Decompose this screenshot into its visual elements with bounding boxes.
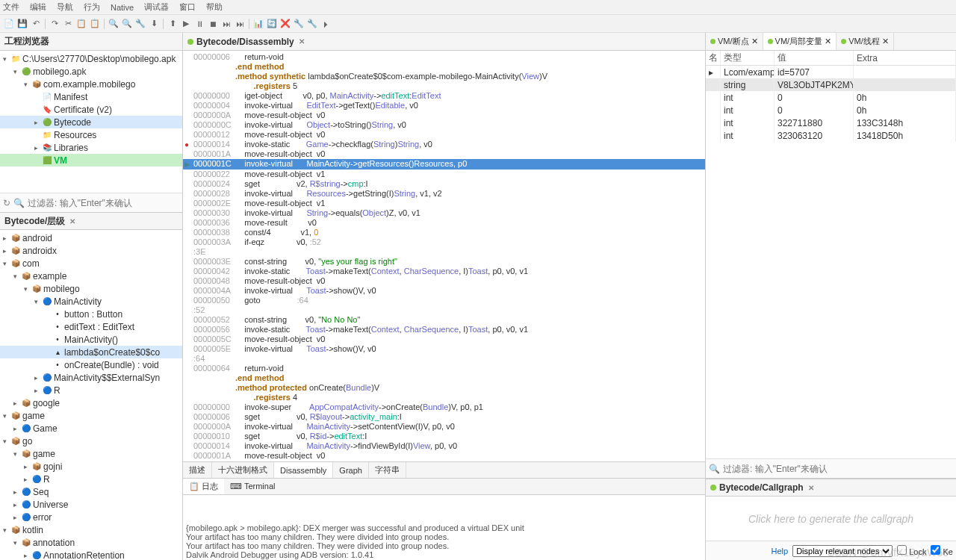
tree-row[interactable]: ▾📦com.example.mobilego: [0, 78, 182, 90]
code-line[interactable]: 0000001A move-result-object v0: [183, 149, 705, 159]
menu-item[interactable]: 文件: [3, 1, 19, 13]
expand-icon[interactable]: ▾: [3, 526, 10, 534]
bottom-tab[interactable]: 十六进制格式: [212, 462, 274, 478]
tree-row[interactable]: •editText : EditText: [0, 320, 182, 333]
var-row[interactable]: int322711880133C3148h: [706, 116, 956, 129]
tree-row[interactable]: ▸📦android: [0, 231, 182, 244]
code-line[interactable]: 00000014 invoke-static Game->checkflag(S…: [183, 140, 705, 149]
lock-checkbox[interactable]: Lock: [897, 545, 926, 556]
toolbar-button[interactable]: 🔧: [134, 18, 146, 30]
code-line[interactable]: .registers 5: [183, 81, 705, 91]
code-line[interactable]: :64: [183, 354, 705, 364]
expand-icon[interactable]: ▾: [13, 68, 21, 75]
gutter[interactable]: [183, 189, 190, 199]
gutter[interactable]: [183, 344, 190, 354]
menu-item[interactable]: 窗口: [179, 1, 196, 13]
code-line[interactable]: 00000000 invoke-super AppCompatActivity-…: [183, 402, 705, 412]
log-tab[interactable]: ⌨ Terminal: [224, 479, 281, 494]
gutter[interactable]: [183, 451, 190, 461]
toolbar-button[interactable]: 🔧: [306, 18, 318, 30]
code-line[interactable]: 00000012 move-result-object v0: [183, 130, 705, 140]
gutter[interactable]: [183, 364, 190, 373]
code-line[interactable]: 00000036 move-result v0: [183, 218, 705, 228]
code-line[interactable]: 0000005E invoke-virtual Toast->show()V, …: [183, 344, 705, 354]
tree-row[interactable]: ▴lambda$onCreate$0$co: [0, 346, 182, 358]
gutter[interactable]: [183, 52, 190, 62]
ke-checkbox[interactable]: Ke: [931, 545, 953, 556]
variables-table[interactable]: 名 类型 值 Extra ▸Lcom/exampid=5707stringV8L…: [706, 51, 956, 458]
code-line[interactable]: 0000003E const-string v0, "yes your flag…: [183, 257, 705, 267]
toolbar-button[interactable]: 💾: [16, 18, 28, 30]
toolbar-button[interactable]: ⬆: [167, 18, 179, 30]
gutter[interactable]: [183, 393, 190, 402]
gutter[interactable]: [183, 286, 190, 296]
tree-row[interactable]: ▾📦game: [0, 447, 182, 460]
gutter[interactable]: [183, 179, 190, 189]
tree-row[interactable]: ▸🟢Bytecode: [0, 116, 182, 128]
gutter[interactable]: [183, 296, 190, 305]
log-body[interactable]: CSDN @UmVfX1ByaW50 {mobilego.apk > mobil…: [183, 495, 705, 560]
expand-icon[interactable]: ▾: [24, 285, 31, 293]
menu-item[interactable]: 编辑: [30, 1, 46, 13]
code-line[interactable]: .end method: [183, 373, 705, 383]
tree-row[interactable]: ▸📚Libraries: [0, 141, 182, 154]
toolbar-button[interactable]: ▶: [180, 18, 192, 30]
gutter[interactable]: [183, 461, 190, 461]
expand-icon[interactable]: ▸: [34, 119, 42, 126]
code-line[interactable]: 0000001C invoke-virtual MainActivity->ge…: [183, 159, 705, 169]
var-row[interactable]: int00h: [706, 91, 956, 104]
gutter[interactable]: [183, 441, 190, 451]
bottom-tab[interactable]: 字符串: [369, 462, 406, 478]
log-tab[interactable]: 📋 日志: [183, 479, 224, 494]
expand-icon[interactable]: ▸: [24, 463, 31, 470]
expand-icon[interactable]: ▾: [13, 273, 21, 280]
toolbar-button[interactable]: 🔧: [293, 18, 305, 30]
right-tab[interactable]: VM/线程✕: [836, 33, 894, 50]
project-tree[interactable]: ▾📁C:\Users\27770\Desktop\mobilego.apk▾🟢m…: [0, 51, 182, 193]
gutter[interactable]: [183, 267, 190, 276]
expand-icon[interactable]: ▾: [13, 539, 21, 547]
tree-row[interactable]: ▸🔵R: [0, 384, 182, 396]
toolbar-button[interactable]: 📋: [89, 18, 101, 30]
expand-icon[interactable]: ▸: [34, 387, 42, 394]
gutter[interactable]: [183, 130, 190, 140]
gutter[interactable]: [183, 81, 190, 91]
toolbar-button[interactable]: ⏭: [234, 18, 246, 30]
code-line[interactable]: 00000042 invoke-static Toast->makeText(C…: [183, 267, 705, 276]
tree-row[interactable]: 📁Resources: [0, 128, 182, 141]
code-line[interactable]: 0000000A move-result-object v0: [183, 111, 705, 120]
expand-icon[interactable]: ▾: [3, 438, 10, 445]
bottom-tab[interactable]: 描述: [183, 462, 212, 478]
toolbar-button[interactable]: 🔍: [108, 18, 120, 30]
code-line[interactable]: 0000004A invoke-virtual Toast->show()V, …: [183, 286, 705, 296]
gutter[interactable]: [183, 305, 190, 315]
tree-row[interactable]: ▾📦example: [0, 270, 182, 282]
gutter[interactable]: [183, 228, 190, 237]
gutter[interactable]: [183, 72, 190, 81]
tree-row[interactable]: ▾📁C:\Users\27770\Desktop\mobilego.apk: [0, 52, 182, 65]
menu-item[interactable]: 行为: [84, 1, 100, 13]
expand-icon[interactable]: ▾: [24, 81, 31, 88]
gutter[interactable]: [183, 373, 190, 383]
gutter[interactable]: [183, 247, 190, 257]
expand-icon[interactable]: ▸: [3, 234, 10, 242]
tree-row[interactable]: 🔖Certificate (v2): [0, 103, 182, 116]
expand-icon[interactable]: ▸: [13, 399, 21, 407]
gutter[interactable]: [183, 422, 190, 432]
code-line[interactable]: 0000001A move-result-object v0: [183, 451, 705, 461]
gutter[interactable]: [183, 237, 190, 247]
var-row[interactable]: int32306312013418D50h: [706, 129, 956, 142]
gutter[interactable]: [183, 257, 190, 267]
gutter[interactable]: [183, 218, 190, 228]
expand-icon[interactable]: ▸: [13, 514, 21, 521]
code-line[interactable]: .end method: [183, 62, 705, 72]
tree-row[interactable]: •onCreate(Bundle) : void: [0, 358, 182, 371]
code-line[interactable]: .method synthetic lambda$onCreate$0$com-…: [183, 72, 705, 81]
display-mode-select[interactable]: Display relevant nodes: [792, 545, 893, 557]
gutter[interactable]: [183, 412, 190, 422]
code-line[interactable]: 00000028 invoke-virtual Resources->getSt…: [183, 189, 705, 199]
code-line[interactable]: 0000001C check-cast v0, EditText: [183, 461, 705, 461]
code-line[interactable]: 00000048 move-result-object v0: [183, 276, 705, 286]
code-line[interactable]: 00000038 const/4 v1, 0: [183, 228, 705, 237]
tree-row[interactable]: ▾📦kotlin: [0, 523, 182, 536]
